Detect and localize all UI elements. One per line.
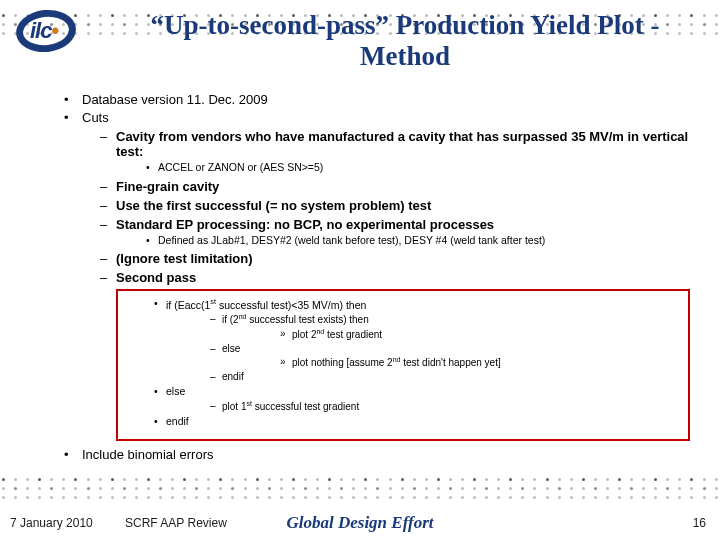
second-pass-algorithm-box: if (Eacc(1st successful test)<35 MV/m) t…: [116, 289, 690, 441]
algo-endif-inner: endif: [166, 370, 682, 383]
bullet-cuts: Cuts Cavity from vendors who have manufa…: [56, 110, 690, 441]
cut-ep-defined: Defined as JLab#1, DESY#2 (weld tank bef…: [116, 234, 690, 248]
algo-endif: endif: [124, 415, 682, 429]
bullet-binomial: Include binomial errors: [56, 447, 690, 462]
ilc-logo: ilc•: [6, 8, 84, 60]
algo-plot-2nd: plot 2nd test gradient: [222, 327, 682, 341]
cut-first-successful: Use the first successful (= no system pr…: [82, 198, 690, 213]
algo-if: if (Eacc(1st successful test)<35 MV/m) t…: [124, 297, 682, 383]
cut-fine-grain: Fine-grain cavity: [82, 179, 690, 194]
cut-vendors-detail: ACCEL or ZANON or (AES SN>=5): [116, 161, 690, 175]
footer-title: Global Design Effort: [0, 512, 720, 534]
slide-body: Database version 11. Dec. 2009 Cuts Cavi…: [56, 92, 690, 465]
algo-else-inner: else plot nothing [assume 2nd test didn'…: [166, 342, 682, 369]
cut-second-pass: Second pass if (Eacc(1st successful test…: [82, 270, 690, 441]
algo-else: else plot 1st successful test gradient: [124, 385, 682, 413]
algo-plot-1st: plot 1st successful test gradient: [166, 399, 682, 413]
algo-if-nested: if (2nd successful test exists) then plo…: [166, 312, 682, 341]
algo-plot-nothing: plot nothing [assume 2nd test didn't hap…: [222, 355, 682, 369]
slide-title: “Up-to-second-pass” Production Yield Plo…: [120, 10, 690, 72]
slide-footer: 7 January 2010 SCRF AAP Review Global De…: [0, 512, 720, 534]
cut-vendors: Cavity from vendors who have manufacture…: [82, 129, 690, 175]
bullet-db-version: Database version 11. Dec. 2009: [56, 92, 690, 107]
cut-standard-ep: Standard EP processing: no BCP, no exper…: [82, 217, 690, 248]
cut-ignore-limitation: (Ignore test limitation): [82, 251, 690, 266]
decorative-dots-bottom: [0, 478, 720, 506]
page-number: 16: [693, 512, 706, 534]
